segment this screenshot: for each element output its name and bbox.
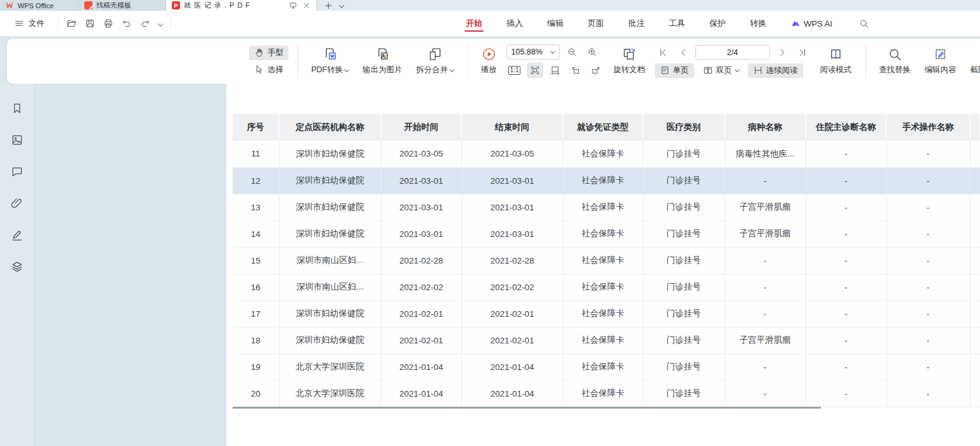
tab-close-icon[interactable] — [302, 1, 311, 10]
fit-width-button[interactable] — [547, 63, 564, 78]
table-cell — [970, 380, 980, 407]
table-cell: 深圳市妇幼保健院 — [279, 220, 381, 247]
print-icon[interactable] — [103, 18, 113, 29]
export-image-button[interactable]: 输出为图片 — [358, 46, 407, 77]
zoom-in-icon — [587, 47, 597, 57]
navigation-panel[interactable] — [35, 84, 226, 446]
table-row[interactable]: 14深圳市妇幼保健院2021-03-012021-03-01社会保障卡门诊挂号子… — [233, 220, 980, 247]
single-page-icon — [660, 65, 670, 75]
hand-tool-button[interactable]: 手型 — [249, 46, 288, 60]
more-commands-chevron-icon[interactable] — [158, 19, 162, 29]
table-cell: 北京大学深圳医院 — [279, 354, 381, 380]
edit-content-button[interactable]: 编辑内容 — [920, 46, 961, 77]
tab-list-chevron-icon[interactable] — [340, 2, 344, 10]
tab-detach-icon[interactable] — [289, 1, 297, 10]
table-row[interactable]: 16深圳市南山区妇...2021-02-022021-02-02社会保障卡门诊挂… — [233, 274, 980, 300]
table-row[interactable]: 19北京大学深圳医院2021-01-042021-01-04社会保障卡门诊挂号-… — [233, 354, 980, 380]
table-cell: 社会保障卡 — [563, 300, 643, 327]
table-cell — [970, 167, 980, 194]
rotate-left-icon — [571, 65, 581, 75]
tab-medical-record-pdf[interactable]: P 就医记录.PDF — [166, 0, 317, 11]
file-menu-button[interactable]: 文件 — [9, 16, 49, 31]
table-row[interactable]: 20北京大学深圳医院2021-01-042021-01-04社会保障卡门诊挂号-… — [233, 380, 980, 407]
table-cell: 2021-03-05 — [381, 141, 461, 167]
rotate-document-button[interactable]: 旋转文档 — [609, 46, 650, 77]
split-merge-button[interactable]: 拆分合并 — [412, 46, 458, 77]
ribbon-tab-protect[interactable]: 保护 — [708, 15, 727, 32]
table-cell: - — [725, 247, 806, 274]
table-cell: 社会保障卡 — [563, 327, 643, 354]
previous-page-button[interactable] — [675, 45, 692, 60]
zoom-out-button[interactable] — [564, 44, 580, 60]
pdf-convert-button[interactable]: PDF转换 — [307, 46, 353, 77]
first-page-button[interactable] — [655, 45, 671, 60]
ribbon-tab-tools[interactable]: 工具 — [667, 15, 687, 32]
header-clipped — [970, 114, 980, 141]
table-cell: 门诊挂号 — [643, 274, 725, 300]
tab-wps-office[interactable]: WPS Office — [0, 0, 79, 11]
wps-ai-button[interactable]: WPS AI — [789, 16, 834, 31]
table-row[interactable]: 13深圳市妇幼保健院2021-03-012021-03-01社会保障卡门诊挂号子… — [233, 194, 980, 220]
table-cell: 北京大学深圳医院 — [279, 380, 381, 407]
table-cell: 社会保障卡 — [563, 247, 643, 274]
table-cell: 门诊挂号 — [643, 194, 725, 220]
ribbon-search-icon[interactable] — [859, 18, 869, 29]
rotate-right-button[interactable] — [588, 63, 604, 78]
bookmarks-panel-icon[interactable] — [8, 99, 27, 118]
table-cell — [970, 327, 980, 354]
ribbon-tab-comment[interactable]: 批注 — [627, 15, 646, 32]
layers-panel-icon[interactable] — [8, 257, 27, 276]
rotate-left-button[interactable] — [567, 63, 584, 78]
single-page-label: 单页 — [673, 65, 689, 76]
tab-docer-template[interactable]: 找稿壳模板 — [79, 0, 166, 11]
double-page-label: 双页 — [716, 65, 732, 76]
zoom-level-select[interactable]: 105.88% — [506, 44, 560, 60]
table-cell: 门诊挂号 — [643, 141, 725, 167]
find-replace-button[interactable]: 查找替换 — [875, 46, 915, 77]
screenshot-compare-button[interactable]: 截图对比 — [966, 46, 980, 77]
table-cell: 17 — [233, 300, 279, 327]
ribbon-tab-home[interactable]: 开始 — [465, 15, 484, 32]
ribbon-tab-convert[interactable]: 转换 — [749, 15, 768, 32]
fit-page-button[interactable] — [527, 63, 543, 78]
table-cell: - — [886, 300, 970, 327]
signature-panel-icon[interactable] — [8, 226, 27, 245]
edit-content-label: 编辑内容 — [925, 65, 957, 75]
read-mode-button[interactable]: 阅读模式 — [816, 46, 856, 77]
actual-size-button[interactable]: 1:1 — [506, 63, 523, 78]
continuous-read-button[interactable]: 连续阅读 — [748, 63, 803, 78]
attachments-panel-icon[interactable] — [8, 194, 27, 213]
table-row[interactable]: 18深圳市妇幼保健院2021-02-012021-02-01社会保障卡门诊挂号子… — [233, 327, 980, 354]
thumbnails-panel-icon[interactable] — [8, 131, 27, 150]
double-page-button[interactable]: 双页 — [698, 63, 744, 78]
edit-content-icon — [933, 47, 948, 61]
document-page[interactable]: 序号 定点医药机构名称 开始时间 结束时间 就诊凭证类型 医疗类别 病种名称 住… — [226, 84, 980, 446]
page-number-input[interactable]: 2/4 — [695, 45, 770, 60]
table-cell: 2021-02-01 — [381, 300, 461, 327]
last-page-button[interactable] — [794, 45, 811, 60]
table-cell: 深圳市南山区妇... — [279, 274, 381, 300]
select-tool-button[interactable]: 选择 — [249, 63, 288, 77]
zoom-in-button[interactable] — [584, 44, 600, 60]
next-page-button[interactable] — [774, 45, 790, 60]
table-row[interactable]: 11深圳市妇幼保健院2021-03-052021-03-05社会保障卡门诊挂号病… — [233, 141, 980, 167]
comments-panel-icon[interactable] — [8, 162, 27, 181]
table-row[interactable]: 12深圳市妇幼保健院2021-03-012021-03-01社会保障卡门诊挂号-… — [233, 167, 980, 194]
table-cell: - — [886, 354, 970, 380]
play-button[interactable]: 播放 — [477, 46, 501, 77]
save-icon[interactable] — [85, 18, 95, 29]
table-row[interactable]: 17深圳市妇幼保健院2021-02-012021-02-01社会保障卡门诊挂号-… — [233, 300, 980, 327]
ribbon-tab-page[interactable]: 页面 — [586, 15, 605, 32]
table-cell: 深圳市妇幼保健院 — [279, 300, 381, 327]
new-tab-icon[interactable] — [323, 1, 333, 11]
undo-icon[interactable] — [122, 18, 132, 29]
ribbon-tab-insert[interactable]: 插入 — [505, 15, 524, 32]
table-cell: 子宫平滑肌瘤 — [725, 220, 806, 247]
redo-icon[interactable] — [140, 18, 150, 29]
read-mode-label: 阅读模式 — [820, 65, 852, 75]
table-row[interactable]: 15深圳市南山区妇...2021-02-282021-02-28社会保障卡门诊挂… — [233, 247, 980, 274]
ribbon-tab-edit[interactable]: 编辑 — [546, 15, 565, 32]
play-icon — [482, 47, 496, 61]
open-file-icon[interactable] — [67, 18, 77, 29]
single-page-button[interactable]: 单页 — [655, 63, 694, 78]
